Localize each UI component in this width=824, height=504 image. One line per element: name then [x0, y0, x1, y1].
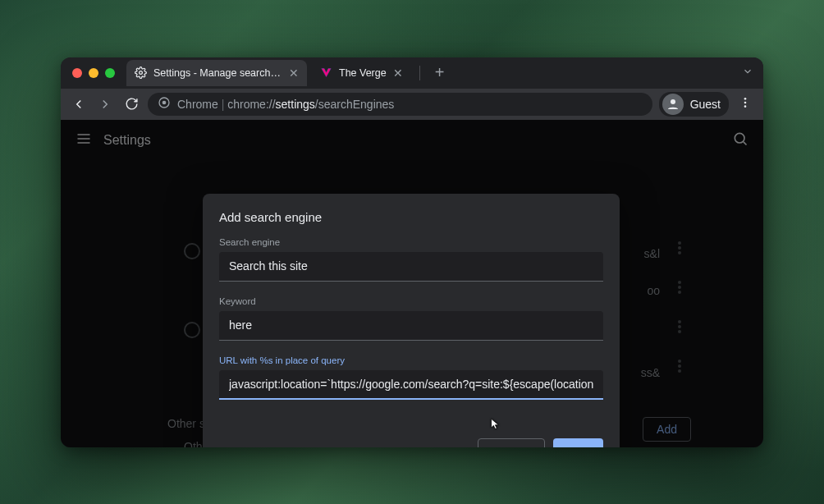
new-tab-button[interactable]: + — [428, 63, 451, 82]
browser-window: Settings - Manage search engi ✕ The Verg… — [61, 57, 763, 447]
svg-point-6 — [744, 105, 747, 108]
keyword-input[interactable] — [219, 311, 603, 341]
svg-point-4 — [744, 98, 747, 100]
tabs-menu-button[interactable] — [742, 66, 753, 80]
add-search-engine-dialog: Add search engine Search engine Keyword … — [203, 194, 620, 447]
profile-label: Guest — [690, 98, 721, 111]
omnibox-text: Chrome | chrome://settings/searchEngines — [177, 98, 394, 111]
page-content: Settings s&l oo ss& Other searc Othe Add… — [61, 120, 763, 447]
dialog-actions: Cancel Add — [219, 438, 603, 447]
dialog-title: Add search engine — [219, 210, 603, 224]
omnibox[interactable]: Chrome | chrome://settings/searchEngines — [148, 93, 652, 116]
svg-point-5 — [744, 101, 747, 103]
search-engine-label: Search engine — [219, 237, 603, 247]
profile-chip[interactable]: Guest — [659, 92, 729, 117]
avatar-icon — [662, 94, 684, 115]
back-button[interactable] — [69, 97, 89, 112]
close-window-button[interactable] — [72, 68, 82, 78]
url-label: URL with %s in place of query — [219, 355, 603, 365]
close-tab-icon[interactable]: ✕ — [289, 66, 299, 80]
tab-title: The Verge — [339, 67, 387, 79]
add-button[interactable]: Add — [553, 438, 603, 447]
keyword-label: Keyword — [219, 296, 603, 306]
tab-settings[interactable]: Settings - Manage search engi ✕ — [126, 60, 307, 86]
cursor-icon — [489, 418, 502, 434]
svg-point-2 — [163, 101, 167, 105]
search-engine-input[interactable] — [219, 252, 603, 282]
chrome-icon — [158, 96, 171, 112]
verge-icon — [320, 66, 332, 79]
tab-title: Settings - Manage search engi — [153, 67, 282, 79]
window-controls — [69, 68, 121, 78]
forward-button[interactable] — [95, 97, 115, 112]
toolbar: Chrome | chrome://settings/searchEngines… — [61, 89, 763, 120]
reload-button[interactable] — [121, 97, 141, 111]
tab-strip: Settings - Manage search engi ✕ The Verg… — [61, 57, 763, 89]
url-input[interactable] — [219, 370, 603, 400]
tab-divider — [419, 66, 420, 80]
maximize-window-button[interactable] — [105, 68, 115, 78]
svg-point-0 — [140, 71, 143, 75]
cancel-button[interactable]: Cancel — [478, 438, 545, 447]
gear-icon — [135, 66, 147, 79]
svg-point-3 — [671, 99, 675, 104]
chrome-menu-button[interactable] — [735, 96, 755, 112]
close-tab-icon[interactable]: ✕ — [393, 66, 403, 80]
minimize-window-button[interactable] — [89, 68, 98, 78]
tab-verge[interactable]: The Verge ✕ — [312, 60, 411, 86]
